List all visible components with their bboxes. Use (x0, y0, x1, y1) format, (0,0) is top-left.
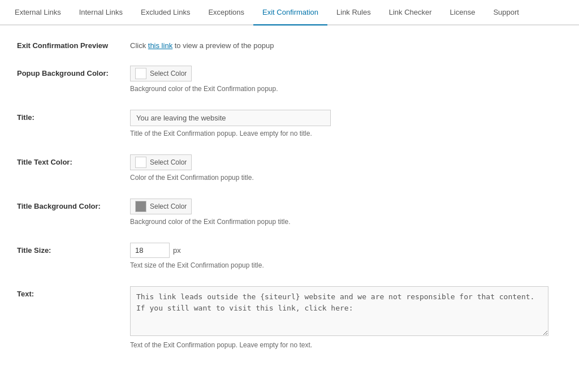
title-text-color-button[interactable]: Select Color (130, 154, 192, 170)
title-size-wrap: px (130, 243, 562, 258)
title-field: Title of the Exit Confirmation popup. Le… (130, 110, 562, 137)
title-text-color-row: Title Text Color: Select Color Color of … (17, 154, 562, 187)
popup-bg-color-row: Popup Background Color: Select Color Bac… (17, 66, 562, 98)
popup-bg-color-button-label: Select Color (150, 70, 187, 77)
preview-label: Exit Confirmation Preview (17, 41, 130, 50)
title-text-color-swatch (135, 157, 146, 168)
text-label: Text: (17, 286, 130, 298)
nav-tab-license[interactable]: License (441, 0, 485, 25)
preview-text: Click this link to view a preview of the… (130, 41, 274, 50)
title-text-color-button-label: Select Color (150, 158, 187, 166)
text-row: Text: This link leads outside the {siteu… (17, 286, 562, 355)
title-size-description: Text size of the Exit Confirmation popup… (130, 261, 562, 269)
title-bg-color-button-label: Select Color (150, 203, 187, 210)
title-row: Title: Title of the Exit Confirmation po… (17, 110, 562, 143)
title-bg-color-swatch (135, 201, 146, 212)
popup-bg-color-button[interactable]: Select Color (130, 66, 192, 81)
nav-tab-exceptions[interactable]: Exceptions (199, 0, 253, 25)
nav-tab-external-links[interactable]: External Links (6, 0, 70, 25)
preview-text-before: Click (130, 41, 148, 50)
title-size-unit: px (173, 246, 181, 255)
title-text-color-field: Select Color Color of the Exit Confirmat… (130, 154, 562, 182)
preview-row: Exit Confirmation Preview Click this lin… (17, 37, 562, 50)
title-input[interactable] (130, 110, 331, 126)
popup-bg-color-description: Background color of the Exit Confirmatio… (130, 85, 562, 93)
preview-link[interactable]: this link (148, 41, 172, 50)
title-description: Title of the Exit Confirmation popup. Le… (130, 130, 562, 137)
nav-tabs: External LinksInternal LinksExcluded Lin… (0, 0, 579, 25)
title-bg-color-field: Select Color Background color of the Exi… (130, 199, 562, 226)
popup-bg-color-label: Popup Background Color: (17, 66, 130, 77)
nav-tab-internal-links[interactable]: Internal Links (70, 0, 132, 25)
nav-tab-link-checker[interactable]: Link Checker (380, 0, 441, 25)
preview-text-after: to view a preview of the popup (172, 41, 274, 50)
title-bg-color-row: Title Background Color: Select Color Bac… (17, 199, 562, 231)
popup-bg-color-field: Select Color Background color of the Exi… (130, 66, 562, 93)
text-textarea[interactable]: This link leads outside the {siteurl} we… (130, 286, 548, 336)
title-size-field: px Text size of the Exit Confirmation po… (130, 243, 562, 269)
title-label: Title: (17, 110, 130, 122)
nav-tab-excluded-links[interactable]: Excluded Links (132, 0, 199, 25)
title-text-color-label: Title Text Color: (17, 154, 130, 166)
title-size-label: Title Size: (17, 243, 130, 255)
popup-bg-color-swatch (135, 68, 146, 79)
title-text-color-description: Color of the Exit Confirmation popup tit… (130, 174, 562, 182)
title-bg-color-button[interactable]: Select Color (130, 199, 192, 214)
title-bg-color-label: Title Background Color: (17, 199, 130, 210)
nav-tab-exit-confirmation[interactable]: Exit Confirmation (253, 0, 327, 25)
title-size-row: Title Size: px Text size of the Exit Con… (17, 243, 562, 275)
nav-tab-link-rules[interactable]: Link Rules (327, 0, 380, 25)
text-field: This link leads outside the {siteurl} we… (130, 286, 562, 349)
main-content: Exit Confirmation Preview Click this lin… (0, 25, 579, 377)
title-bg-color-description: Background color of the Exit Confirmatio… (130, 218, 562, 226)
nav-tab-support[interactable]: Support (484, 0, 528, 25)
title-size-input[interactable] (130, 243, 170, 258)
text-description: Text of the Exit Confirmation popup. Lea… (130, 341, 562, 349)
